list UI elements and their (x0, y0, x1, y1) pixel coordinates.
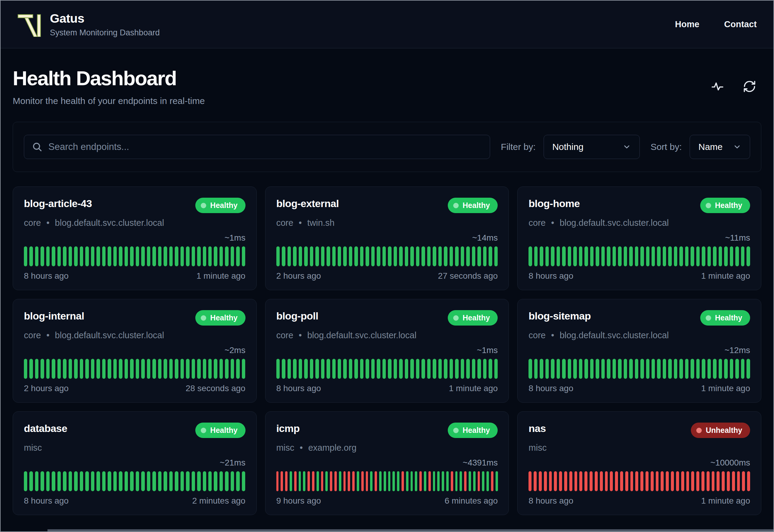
uptime-bar-down (712, 471, 715, 491)
uptime-bar-up (119, 246, 122, 266)
endpoint-card[interactable]: nas Unhealthy misc ~10000ms 8 hours ago … (517, 411, 761, 515)
nav-link-home[interactable]: Home (675, 19, 699, 29)
uptime-bar-up (461, 246, 464, 266)
uptime-bar-up (208, 246, 212, 266)
brand[interactable]: Gatus System Monitoring Dashboard (17, 11, 160, 37)
uptime-bar-up (293, 359, 296, 379)
uptime-bar-up (696, 246, 700, 266)
endpoint-group: core (276, 330, 293, 340)
timerange: 2 hours ago 28 seconds ago (24, 384, 246, 393)
uptime-bar-up (702, 246, 705, 266)
uptime-bar-up (360, 359, 363, 379)
uptime-bar-up (108, 359, 111, 379)
uptime-bar-up (113, 359, 117, 379)
uptime-bar-down (727, 471, 730, 491)
search-input[interactable] (48, 141, 482, 152)
uptime-bar-up (180, 471, 184, 491)
uptime-bar-up (315, 246, 319, 266)
endpoint-group: misc (528, 443, 547, 453)
endpoint-card[interactable]: blog-external Healthy core • twin.sh ~14… (265, 187, 509, 290)
uptime-bar-down (491, 471, 493, 491)
uptime-bar-down (307, 471, 310, 491)
uptime-bar-up (225, 359, 228, 379)
uptime-bars (528, 471, 750, 491)
uptime-bar-up (713, 359, 716, 379)
uptime-bar-up (668, 359, 672, 379)
uptime-bar-down (579, 471, 582, 491)
uptime-bar-up (119, 471, 122, 491)
timerange-start: 8 hours ago (528, 384, 573, 393)
uptime-bar-up (573, 246, 577, 266)
uptime-bar-up (702, 359, 705, 379)
uptime-bar-up (293, 246, 296, 266)
uptime-bar-up (646, 359, 649, 379)
uptime-bar-up (192, 359, 195, 379)
uptime-bar-up (433, 471, 435, 491)
status-badge: Unhealthy (691, 423, 750, 438)
uptime-bar-up (29, 359, 33, 379)
uptime-bar-down (696, 471, 699, 491)
sort-by-label: Sort by: (651, 142, 682, 152)
endpoint-name: blog-sitemap (528, 310, 591, 322)
nav-link-contact[interactable]: Contact (724, 19, 757, 29)
search-box[interactable] (24, 135, 490, 159)
uptime-bar-up (584, 359, 588, 379)
uptime-bar-down (722, 471, 725, 491)
sort-select[interactable]: Name (690, 135, 750, 159)
uptime-bar-up (299, 471, 301, 491)
uptime-bar-up (466, 246, 470, 266)
uptime-bar-up (590, 359, 594, 379)
timerange-end: 2 minutes ago (192, 496, 246, 506)
uptime-bar-up (220, 359, 223, 379)
uptime-bar-up (394, 359, 397, 379)
timerange-end: 6 minutes ago (444, 496, 498, 506)
uptime-bar-down (671, 471, 674, 491)
uptime-bar-up (180, 246, 184, 266)
uptime-bar-up (164, 246, 167, 266)
refresh-icon[interactable] (743, 80, 756, 93)
bottom-scrollbar[interactable] (47, 529, 773, 531)
uptime-bar-up (113, 246, 117, 266)
endpoint-card[interactable]: database Healthy misc ~21ms 8 hours ago … (13, 411, 257, 515)
uptime-bar-down (478, 471, 480, 491)
uptime-bar-up (371, 246, 375, 266)
uptime-bar-up (416, 359, 419, 379)
uptime-bar-up (438, 246, 442, 266)
uptime-bar-up (57, 471, 61, 491)
uptime-bar-up (85, 246, 89, 266)
status-dot-icon (201, 315, 206, 321)
meta-separator: • (46, 330, 49, 340)
endpoint-card[interactable]: blog-internal Healthy core • blog.defaul… (13, 299, 257, 403)
latency-label: ~11ms (725, 233, 750, 243)
uptime-bar-up (46, 471, 50, 491)
uptime-bar-up (349, 246, 352, 266)
uptime-bar-up (164, 359, 167, 379)
uptime-bar-up (357, 471, 359, 491)
sort-select-value: Name (698, 142, 723, 152)
endpoint-card[interactable]: blog-poll Healthy core • blog.default.sv… (265, 299, 509, 403)
uptime-bar-up (469, 471, 471, 491)
endpoint-card[interactable]: blog-article-43 Healthy core • blog.defa… (13, 187, 257, 290)
endpoint-name: nas (528, 423, 546, 434)
uptime-bars (276, 246, 498, 266)
activity-pulse-icon[interactable] (711, 80, 724, 93)
filter-select[interactable]: Nothing (544, 135, 640, 159)
uptime-bar-up (192, 471, 195, 491)
uptime-bar-up (442, 471, 444, 491)
uptime-bar-down (549, 471, 552, 491)
uptime-bar-up (96, 359, 100, 379)
uptime-bar-up (125, 246, 128, 266)
uptime-bar-up (197, 246, 200, 266)
endpoint-card[interactable]: icmp Healthy misc • example.org ~4391ms … (265, 411, 509, 515)
uptime-bar-up (74, 471, 77, 491)
uptime-bar-up (562, 246, 565, 266)
endpoint-card[interactable]: blog-sitemap Healthy core • blog.default… (517, 299, 761, 403)
status-dot-icon (453, 315, 459, 321)
uptime-bar-up (668, 246, 672, 266)
uptime-bar-up (102, 359, 106, 379)
endpoint-card[interactable]: blog-home Healthy core • blog.default.sv… (517, 187, 761, 290)
uptime-bar-up (691, 246, 694, 266)
endpoint-meta: core • blog.default.svc.cluster.local (528, 218, 750, 228)
uptime-bar-up (231, 471, 234, 491)
uptime-bar-up (57, 246, 61, 266)
